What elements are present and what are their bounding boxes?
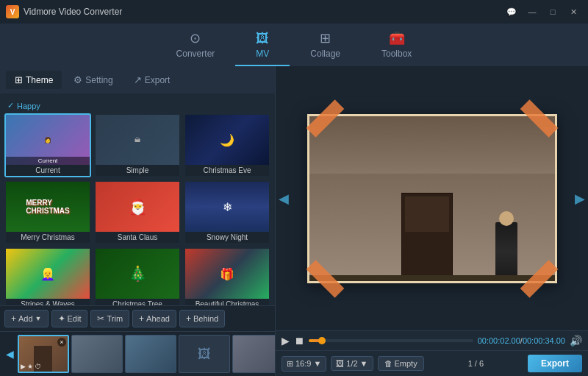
close-btn[interactable]: ✕ bbox=[564, 5, 582, 18]
star-ctrl[interactable]: ★ bbox=[27, 363, 33, 370]
controls-bar: ▶ ⏹ 00:00:02.00/00:00:34.00 🔊 bbox=[276, 330, 588, 350]
time-display: 00:00:02.00/00:00:34.00 bbox=[478, 336, 565, 345]
preview-left-arrow[interactable]: ◀ bbox=[279, 191, 289, 207]
ahead-button[interactable]: + Ahead bbox=[132, 310, 176, 327]
app-logo: V bbox=[6, 5, 19, 18]
message-btn[interactable]: 💬 bbox=[503, 5, 520, 18]
trim-icon: ✂ bbox=[97, 313, 104, 324]
film-thumb-5[interactable] bbox=[232, 335, 275, 373]
play-ctrl[interactable]: ▶ bbox=[21, 363, 26, 370]
minimize-btn[interactable]: — bbox=[523, 5, 541, 18]
main-content: ⊞ Theme ⚙ Setting ↗ Export Happy 👩 bbox=[0, 66, 588, 376]
film-thumb-1-close[interactable]: × bbox=[57, 338, 66, 347]
theme-simple-label: Simple bbox=[96, 165, 179, 176]
sub-tab-setting[interactable]: ⚙ Setting bbox=[65, 71, 121, 89]
page-indicator-button[interactable]: 🖼 1/2 ▼ bbox=[331, 356, 373, 371]
page-count: 1 / 6 bbox=[468, 359, 484, 368]
theme-simple[interactable]: 🏔 Simple bbox=[94, 113, 181, 177]
theme-current-overlay: Current bbox=[6, 157, 90, 165]
theme-merry-christmas-label: Merry Christmas bbox=[6, 232, 90, 243]
add-arrow: ▼ bbox=[35, 315, 42, 322]
clock-ctrl[interactable]: ⏱ bbox=[35, 363, 41, 370]
aspect-ratio-arrow: ▼ bbox=[313, 359, 321, 368]
trim-label: Trim bbox=[107, 314, 123, 323]
tab-collage[interactable]: ⊞ Collage bbox=[290, 24, 361, 66]
title-bar-left: V Vidmore Video Converter bbox=[6, 5, 122, 18]
stop-button[interactable]: ⏹ bbox=[294, 335, 304, 347]
theme-current[interactable]: 👩 Current Current bbox=[4, 113, 91, 177]
theme-snowy-night-img: ❄ bbox=[185, 182, 269, 232]
ahead-label: Ahead bbox=[146, 314, 170, 323]
filmstrip-left-arrow[interactable]: ◀ bbox=[4, 348, 15, 360]
theme-snowy-night[interactable]: ❄ Snowy Night bbox=[184, 180, 270, 244]
theme-row-1: 👩 Current Current 🏔 Simple bbox=[4, 113, 270, 177]
edit-button[interactable]: ✦ Edit bbox=[51, 310, 88, 327]
ahead-icon: + bbox=[139, 313, 144, 324]
theme-stripes-waves[interactable]: 👱‍♀️ Stripes & Waves bbox=[4, 247, 91, 305]
tab-toolbox-label: Toolbox bbox=[381, 49, 412, 59]
filmstrip: ◀ × ▶ ★ ⏱ 🖼 bbox=[0, 331, 275, 376]
behind-button[interactable]: + Behind bbox=[179, 310, 225, 327]
theme-beautiful-christmas[interactable]: 🎁 Beautiful Christmas bbox=[184, 247, 270, 305]
theme-grid: Happy 👩 Current Current 🏔 bbox=[0, 93, 275, 305]
theme-beautiful-christmas-img: 🎁 bbox=[185, 249, 269, 299]
progress-bar[interactable] bbox=[309, 339, 473, 342]
sub-tab-setting-label: Setting bbox=[85, 75, 112, 85]
preview-area: ◀ ▶ bbox=[276, 66, 588, 330]
theme-santa-claus-img: 🎅 bbox=[96, 182, 179, 232]
video-frame bbox=[307, 114, 557, 283]
behind-icon: + bbox=[186, 313, 191, 324]
edit-label: Edit bbox=[68, 314, 82, 323]
volume-icon[interactable]: 🔊 bbox=[570, 335, 582, 347]
left-panel: ⊞ Theme ⚙ Setting ↗ Export Happy 👩 bbox=[0, 66, 276, 376]
add-button[interactable]: + Add ▼ bbox=[4, 310, 49, 327]
empty-label: Empty bbox=[395, 359, 417, 368]
theme-santa-claus-label: Santa Claus bbox=[96, 232, 179, 243]
tab-converter[interactable]: ⊙ Converter bbox=[156, 24, 236, 66]
theme-christmas-tree-img: 🎄 bbox=[96, 249, 179, 299]
theme-row-3: 👱‍♀️ Stripes & Waves 🎄 Christmas Tree bbox=[4, 247, 270, 305]
page-indicator-arrow: ▼ bbox=[360, 359, 368, 368]
sub-tab-export[interactable]: ↗ Export bbox=[125, 71, 179, 89]
page-icon: 🖼 bbox=[336, 359, 344, 368]
theme-christmas-tree-label: Christmas Tree bbox=[96, 299, 179, 305]
theme-simple-img: 🏔 bbox=[96, 115, 179, 165]
progress-thumb bbox=[318, 337, 326, 344]
film-thumb-2[interactable] bbox=[71, 335, 123, 373]
theme-current-img: 👩 Current bbox=[6, 115, 90, 165]
export-button[interactable]: Export bbox=[528, 355, 582, 372]
add-label: Add bbox=[18, 314, 33, 323]
tab-converter-label: Converter bbox=[176, 49, 215, 59]
action-bar: ⊞ 16:9 ▼ 🖼 1/2 ▼ 🗑 Empty 1 / 6 Export 16… bbox=[276, 350, 588, 376]
sub-tabs: ⊞ Theme ⚙ Setting ↗ Export bbox=[0, 66, 275, 93]
theme-santa-claus[interactable]: 🎅 Santa Claus bbox=[94, 180, 181, 244]
export-subtab-icon: ↗ bbox=[134, 74, 142, 85]
converter-icon: ⊙ bbox=[190, 30, 201, 46]
sub-tab-theme[interactable]: ⊞ Theme bbox=[6, 71, 62, 89]
tab-mv[interactable]: 🖼 MV bbox=[235, 25, 290, 66]
film-thumb-4[interactable]: 🖼 bbox=[179, 335, 230, 373]
theme-stripes-img: 👱‍♀️ bbox=[6, 249, 90, 299]
right-panel: ◀ ▶ ▶ ⏹ 00:00:02.00/00:00:34.00 🔊 ⊞ 16:9… bbox=[276, 66, 588, 376]
theme-current-label: Current bbox=[6, 165, 90, 176]
trim-button[interactable]: ✂ Trim bbox=[90, 310, 129, 327]
empty-icon: 🗑 bbox=[384, 359, 392, 368]
film-thumb-3[interactable] bbox=[125, 335, 176, 373]
film-thumb-1[interactable]: × ▶ ★ ⏱ bbox=[18, 335, 69, 373]
play-button[interactable]: ▶ bbox=[282, 335, 290, 347]
behind-label: Behind bbox=[193, 314, 218, 323]
theme-section-label: Happy bbox=[4, 98, 270, 113]
theme-christmas-eve[interactable]: 🌙 Christmas Eve bbox=[184, 113, 270, 177]
preview-person bbox=[495, 222, 517, 281]
theme-merry-christmas[interactable]: MERRYCHRISTMAS Merry Christmas bbox=[4, 180, 91, 244]
theme-stripes-label: Stripes & Waves bbox=[6, 299, 90, 305]
aspect-ratio-button[interactable]: ⊞ 16:9 ▼ bbox=[282, 356, 326, 372]
toolbox-icon: 🧰 bbox=[389, 30, 405, 46]
tab-toolbox[interactable]: 🧰 Toolbox bbox=[361, 24, 432, 66]
maximize-btn[interactable]: □ bbox=[544, 5, 562, 18]
preview-right-arrow[interactable]: ▶ bbox=[575, 191, 585, 207]
setting-subtab-icon: ⚙ bbox=[74, 74, 82, 85]
empty-button[interactable]: 🗑 Empty bbox=[378, 356, 424, 371]
aspect-ratio-value: 16:9 bbox=[295, 359, 311, 368]
theme-christmas-tree[interactable]: 🎄 Christmas Tree bbox=[94, 247, 181, 305]
